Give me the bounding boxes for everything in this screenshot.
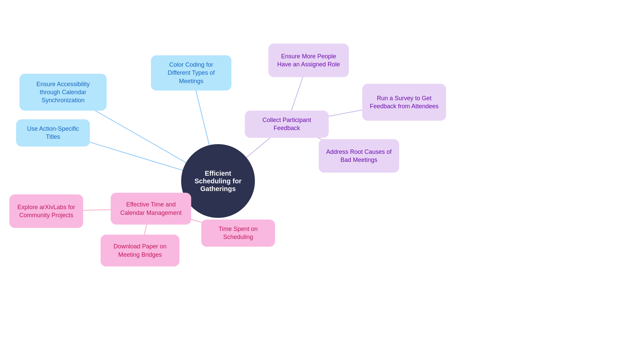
color-coding-label: Color Coding for Different Types of Meet… — [158, 61, 225, 85]
collect-feedback-label: Collect Participant Feedback — [252, 116, 322, 132]
time-spent-label: Time Spent on Scheduling — [208, 225, 268, 241]
effective-time-node: Effective Time and Calendar Management — [111, 193, 191, 225]
explore-arxiv-label: Explore arXivLabs for Community Projects — [16, 203, 76, 220]
collect-feedback-node: Collect Participant Feedback — [245, 111, 329, 138]
ensure-role-node: Ensure More People Have an Assigned Role — [268, 44, 349, 77]
ensure-accessibility-node: Ensure Accessibility through Calendar Sy… — [19, 74, 107, 111]
color-coding-node: Color Coding for Different Types of Meet… — [151, 55, 231, 90]
ensure-role-label: Ensure More People Have an Assigned Role — [275, 52, 342, 69]
download-paper-node: Download Paper on Meeting Bridges — [101, 235, 179, 266]
center-node: Efficient Scheduling for Gatherings — [181, 144, 255, 218]
effective-time-label: Effective Time and Calendar Management — [117, 200, 184, 217]
time-spent-node: Time Spent on Scheduling — [201, 220, 275, 247]
download-paper-label: Download Paper on Meeting Bridges — [107, 242, 173, 259]
ensure-accessibility-label: Ensure Accessibility through Calendar Sy… — [26, 80, 100, 105]
center-label: Efficient Scheduling for Gatherings — [189, 170, 247, 193]
action-titles-node: Use Action-Specific Titles — [16, 119, 90, 146]
run-survey-label: Run a Survey to Get Feedback from Attend… — [369, 94, 439, 111]
action-titles-label: Use Action-Specific Titles — [23, 125, 83, 141]
run-survey-node: Run a Survey to Get Feedback from Attend… — [362, 84, 446, 121]
address-root-node: Address Root Causes of Bad Meetings — [319, 139, 399, 173]
address-root-label: Address Root Causes of Bad Meetings — [325, 148, 392, 164]
explore-arxiv-node: Explore arXivLabs for Community Projects — [9, 194, 83, 228]
